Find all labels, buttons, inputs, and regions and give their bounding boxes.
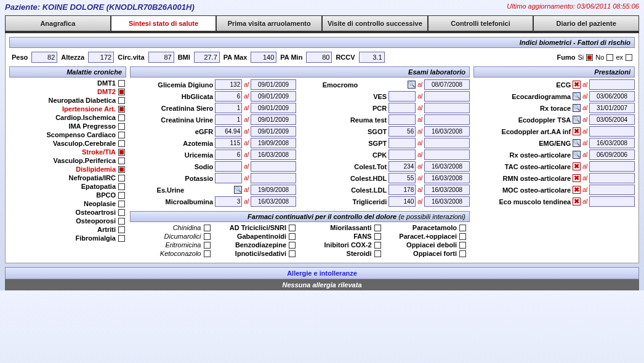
lab-date-input[interactable] <box>424 91 470 102</box>
lab-value-input[interactable] <box>215 103 242 113</box>
lab-value-input[interactable] <box>388 150 416 160</box>
peso-input[interactable] <box>31 52 57 63</box>
farm-checkbox[interactable] <box>374 233 381 240</box>
prest-date-input[interactable] <box>589 173 635 183</box>
lab-value-input[interactable] <box>388 91 416 102</box>
circvita-input[interactable] <box>148 52 174 63</box>
farm-checkbox[interactable] <box>204 242 211 249</box>
tab-visite-di-controllo-successive[interactable]: Visite di controllo successive <box>322 15 428 31</box>
lab-date-input[interactable] <box>424 79 470 90</box>
lab-value-input[interactable] <box>215 150 242 160</box>
lab-date-input[interactable] <box>424 196 470 207</box>
farm-checkbox[interactable] <box>204 233 211 240</box>
missing-icon[interactable]: ✖ <box>573 197 581 205</box>
lab-value-input[interactable] <box>388 138 416 148</box>
chronic-checkbox[interactable] <box>118 89 125 95</box>
lab-date-input[interactable] <box>251 150 296 160</box>
tab-controlli-telefonici[interactable]: Controlli telefonici <box>428 15 534 31</box>
chronic-checkbox[interactable] <box>118 106 125 113</box>
search-icon[interactable]: 🔍 <box>234 186 242 194</box>
farm-checkbox[interactable] <box>204 250 211 257</box>
lab-value-input[interactable] <box>388 185 416 195</box>
lab-date-input[interactable] <box>424 161 470 172</box>
lab-value-input[interactable] <box>215 91 242 102</box>
prest-date-input[interactable] <box>589 185 635 195</box>
document-icon[interactable]: 🔍 <box>573 116 581 124</box>
lab-date-input[interactable] <box>251 114 296 125</box>
chronic-checkbox[interactable] <box>118 97 125 104</box>
tab-prima-visita-arruolamento[interactable]: Prima visita arruolamento <box>216 15 322 31</box>
lab-date-input[interactable] <box>251 185 296 195</box>
chronic-checkbox[interactable] <box>118 183 125 190</box>
prest-date-input[interactable] <box>589 126 635 137</box>
lab-date-input[interactable] <box>424 150 470 160</box>
lab-date-input[interactable] <box>251 173 296 183</box>
missing-icon[interactable]: ✖ <box>573 81 581 89</box>
missing-icon[interactable]: ✖ <box>573 127 581 135</box>
lab-date-input[interactable] <box>251 79 296 90</box>
chronic-checkbox[interactable] <box>118 158 125 164</box>
lab-value-input[interactable] <box>388 161 416 172</box>
farm-checkbox[interactable] <box>459 250 466 257</box>
chronic-checkbox[interactable] <box>118 209 125 216</box>
farm-checkbox[interactable] <box>374 225 381 231</box>
missing-icon[interactable]: ✖ <box>573 174 581 182</box>
lab-date-input[interactable] <box>424 114 470 125</box>
farm-checkbox[interactable] <box>374 242 381 249</box>
lab-value-input[interactable] <box>215 138 242 148</box>
lab-value-input[interactable] <box>215 173 242 183</box>
document-icon[interactable]: 🔍 <box>573 139 581 147</box>
lab-value-input[interactable] <box>215 114 242 125</box>
pamax-input[interactable] <box>251 52 276 63</box>
document-icon[interactable]: 🔍 <box>573 104 581 112</box>
rccv-input[interactable] <box>359 52 385 63</box>
prest-date-input[interactable] <box>589 161 635 172</box>
prest-date-input[interactable] <box>589 91 635 102</box>
farm-checkbox[interactable] <box>204 225 211 231</box>
lab-value-input[interactable] <box>388 196 416 207</box>
farm-checkbox[interactable] <box>289 250 296 257</box>
farm-checkbox[interactable] <box>289 225 296 231</box>
lab-date-input[interactable] <box>251 196 296 207</box>
prest-date-input[interactable] <box>589 150 635 160</box>
prest-date-input[interactable] <box>589 79 635 90</box>
lab-date-input[interactable] <box>251 103 296 113</box>
document-icon[interactable]: 🔍 <box>573 151 581 159</box>
missing-icon[interactable]: ✖ <box>573 186 581 194</box>
lab-value-input[interactable] <box>215 126 242 137</box>
tab-diario-del-paziente[interactable]: Diario del paziente <box>533 15 639 31</box>
missing-icon[interactable]: ✖ <box>573 162 581 170</box>
prest-date-input[interactable] <box>589 196 635 207</box>
lab-value-input[interactable] <box>388 173 416 183</box>
lab-date-input[interactable] <box>251 138 296 148</box>
prest-date-input[interactable] <box>589 103 635 113</box>
chronic-checkbox[interactable] <box>118 114 125 121</box>
search-icon[interactable]: 🔍 <box>408 81 416 89</box>
lab-value-input[interactable] <box>388 114 416 125</box>
prest-date-input[interactable] <box>589 138 635 148</box>
farm-checkbox[interactable] <box>289 242 296 249</box>
lab-value-input[interactable] <box>388 126 416 137</box>
chronic-checkbox[interactable] <box>118 123 125 130</box>
lab-value-input[interactable] <box>215 79 242 90</box>
lab-date-input[interactable] <box>251 161 296 172</box>
lab-date-input[interactable] <box>424 103 470 113</box>
chronic-checkbox[interactable] <box>118 226 125 233</box>
chronic-checkbox[interactable] <box>118 80 125 87</box>
lab-value-input[interactable] <box>215 161 242 172</box>
fumo-ex-checkbox[interactable] <box>626 54 632 61</box>
chronic-checkbox[interactable] <box>118 132 125 138</box>
chronic-checkbox[interactable] <box>118 149 125 156</box>
lab-date-input[interactable] <box>251 91 296 102</box>
farm-checkbox[interactable] <box>459 225 466 231</box>
chronic-checkbox[interactable] <box>118 175 125 182</box>
farm-checkbox[interactable] <box>459 233 466 240</box>
pamin-input[interactable] <box>306 52 332 63</box>
fumo-no-checkbox[interactable] <box>606 54 613 61</box>
chronic-checkbox[interactable] <box>118 235 125 242</box>
tab-sintesi-stato-di-salute[interactable]: Sintesi stato di salute <box>111 15 217 31</box>
chronic-checkbox[interactable] <box>118 140 125 147</box>
bmi-input[interactable] <box>194 52 220 63</box>
fumo-si-checkbox[interactable] <box>586 54 593 61</box>
lab-date-input[interactable] <box>251 126 296 137</box>
